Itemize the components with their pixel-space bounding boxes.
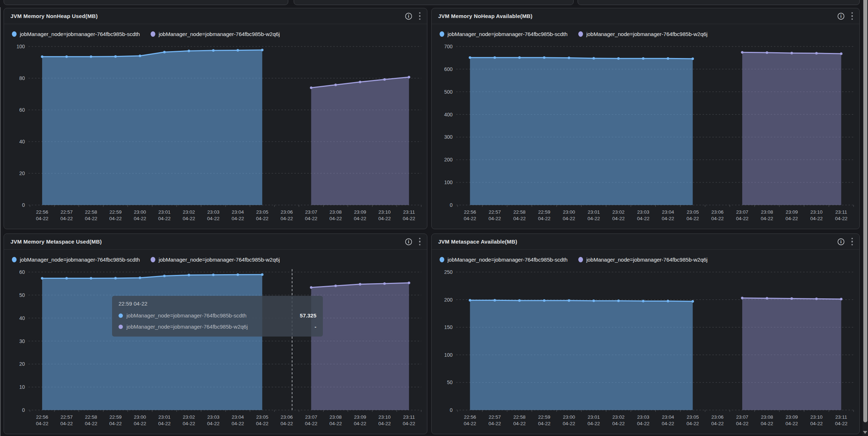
panel-actions: i xyxy=(837,12,854,21)
panel-title: JVM Metaspace Available(MB) xyxy=(438,239,517,245)
series-dot-blue xyxy=(12,31,17,37)
svg-text:23:02: 23:02 xyxy=(613,414,625,420)
svg-text:23:05: 23:05 xyxy=(256,209,268,215)
svg-text:23:03: 23:03 xyxy=(637,209,649,215)
svg-text:30: 30 xyxy=(19,338,25,344)
svg-text:04-22: 04-22 xyxy=(563,216,575,221)
svg-text:23:09: 23:09 xyxy=(354,414,366,420)
tooltip-timestamp: 22:59 04-22 xyxy=(119,301,316,307)
legend-item-scdth[interactable]: jobManager_node=jobmanager-764fbc985b-sc… xyxy=(12,31,140,37)
svg-text:22:59: 22:59 xyxy=(110,209,122,215)
svg-text:04-22: 04-22 xyxy=(637,216,650,221)
cropped-panel-above-2 xyxy=(294,0,574,5)
info-icon[interactable]: i xyxy=(837,238,845,246)
svg-text:04-22: 04-22 xyxy=(36,216,49,221)
legend-item-w2q6j[interactable]: jobManager_node=jobmanager-764fbc985b-w2… xyxy=(578,31,708,37)
svg-text:04-22: 04-22 xyxy=(464,216,476,221)
area-chart-noheap-available[interactable]: 010020030040050060070022:5604-2222:5704-… xyxy=(432,39,859,229)
svg-text:23:10: 23:10 xyxy=(378,414,391,420)
svg-text:23:00: 23:00 xyxy=(563,209,575,215)
svg-text:23:06: 23:06 xyxy=(711,414,724,420)
legend-item-scdth[interactable]: jobManager_node=jobmanager-764fbc985b-sc… xyxy=(440,31,567,37)
legend-item-w2q6j[interactable]: jobManager_node=jobmanager-764fbc985b-w2… xyxy=(151,257,280,263)
legend-label: jobManager_node=jobmanager-764fbc985b-w2… xyxy=(586,257,708,263)
svg-text:04-22: 04-22 xyxy=(761,216,773,221)
svg-text:04-22: 04-22 xyxy=(109,421,122,426)
legend-label: jobManager_node=jobmanager-764fbc985b-w2… xyxy=(586,31,708,37)
svg-text:23:07: 23:07 xyxy=(305,414,317,420)
area-chart-metaspace-used[interactable]: 010203040506022:5604-2222:5704-2222:5804… xyxy=(4,265,427,434)
svg-text:600: 600 xyxy=(444,66,453,72)
svg-text:04-22: 04-22 xyxy=(109,216,122,221)
info-icon[interactable]: i xyxy=(405,238,413,246)
svg-text:04-22: 04-22 xyxy=(183,421,195,426)
svg-text:23:11: 23:11 xyxy=(403,414,415,420)
legend-item-scdth[interactable]: jobManager_node=jobmanager-764fbc985b-sc… xyxy=(12,257,140,263)
svg-text:04-22: 04-22 xyxy=(305,421,317,426)
svg-text:23:10: 23:10 xyxy=(810,414,823,420)
svg-text:04-22: 04-22 xyxy=(378,421,391,426)
kebab-menu-icon[interactable] xyxy=(418,12,422,21)
series-dot-purple xyxy=(119,325,123,329)
series-dot-blue xyxy=(119,313,123,318)
svg-text:100: 100 xyxy=(444,179,453,185)
area-chart-metaspace-available[interactable]: 05010015020025022:5604-2222:5704-2222:58… xyxy=(432,265,859,434)
svg-text:04-22: 04-22 xyxy=(612,216,625,221)
svg-text:04-22: 04-22 xyxy=(489,421,501,426)
kebab-menu-icon[interactable] xyxy=(851,237,854,246)
svg-text:04-22: 04-22 xyxy=(329,421,342,426)
svg-text:22:56: 22:56 xyxy=(36,209,48,215)
legend-item-w2q6j[interactable]: jobManager_node=jobmanager-764fbc985b-w2… xyxy=(151,31,280,37)
svg-text:22:57: 22:57 xyxy=(489,209,501,215)
legend-item-scdth[interactable]: jobManager_node=jobmanager-764fbc985b-sc… xyxy=(440,257,567,263)
svg-text:04-22: 04-22 xyxy=(464,421,476,426)
svg-text:04-22: 04-22 xyxy=(85,421,97,426)
svg-text:04-22: 04-22 xyxy=(835,421,847,426)
legend: jobManager_node=jobmanager-764fbc985b-sc… xyxy=(432,250,859,265)
svg-text:23:05: 23:05 xyxy=(687,414,699,420)
scrollbar-thumb[interactable] xyxy=(863,0,867,422)
legend-item-w2q6j[interactable]: jobManager_node=jobmanager-764fbc985b-w2… xyxy=(578,257,708,263)
info-icon[interactable]: i xyxy=(405,12,413,20)
svg-text:0: 0 xyxy=(450,202,453,208)
svg-text:04-22: 04-22 xyxy=(354,421,366,426)
legend-label: jobManager_node=jobmanager-764fbc985b-sc… xyxy=(20,257,140,263)
vertical-scrollbar[interactable] xyxy=(863,0,868,436)
svg-text:100: 100 xyxy=(17,44,25,49)
svg-text:23:09: 23:09 xyxy=(354,209,366,215)
svg-text:22:56: 22:56 xyxy=(464,209,476,215)
legend: jobManager_node=jobmanager-764fbc985b-sc… xyxy=(432,24,859,39)
svg-text:04-22: 04-22 xyxy=(280,421,293,426)
panel-jvm-metaspace-used: JVM Memory Metaspace Used(MB) i jobManag… xyxy=(4,233,427,434)
svg-text:23:05: 23:05 xyxy=(687,209,699,215)
series-dot-blue xyxy=(440,257,444,262)
svg-text:04-22: 04-22 xyxy=(563,421,575,426)
area-chart-nonheap-used[interactable]: 02040608010022:5604-2222:5704-2222:5804-… xyxy=(4,39,427,229)
svg-text:04-22: 04-22 xyxy=(280,216,293,221)
dashboard-page: { "legend_labels": [ "jobManager_node=jo… xyxy=(0,0,868,436)
info-icon[interactable]: i xyxy=(837,12,845,20)
svg-text:40: 40 xyxy=(19,139,25,144)
svg-text:80: 80 xyxy=(19,75,25,81)
svg-text:04-22: 04-22 xyxy=(711,216,724,221)
svg-text:04-22: 04-22 xyxy=(61,216,73,221)
svg-text:22:57: 22:57 xyxy=(489,414,501,420)
svg-text:23:00: 23:00 xyxy=(134,209,146,215)
svg-text:250: 250 xyxy=(444,269,453,275)
panel-jvm-metaspace-available: JVM Metaspace Available(MB) i jobManager… xyxy=(431,233,860,434)
svg-text:23:04: 23:04 xyxy=(662,414,674,420)
svg-text:10: 10 xyxy=(19,384,25,390)
svg-text:04-22: 04-22 xyxy=(662,421,675,426)
tooltip-row: jobManager_node=jobmanager-764fbc985b-w2… xyxy=(119,321,316,332)
kebab-menu-icon[interactable] xyxy=(851,12,854,21)
svg-text:i: i xyxy=(840,14,842,19)
svg-text:0: 0 xyxy=(22,407,25,413)
kebab-menu-icon[interactable] xyxy=(418,237,422,246)
svg-text:23:10: 23:10 xyxy=(378,209,391,215)
scrollbar-down-arrow-icon[interactable] xyxy=(863,431,867,434)
svg-text:0: 0 xyxy=(450,407,453,413)
svg-text:i: i xyxy=(408,14,409,19)
svg-text:23:04: 23:04 xyxy=(662,209,674,215)
svg-text:23:08: 23:08 xyxy=(330,414,342,420)
svg-text:04-22: 04-22 xyxy=(637,421,650,426)
